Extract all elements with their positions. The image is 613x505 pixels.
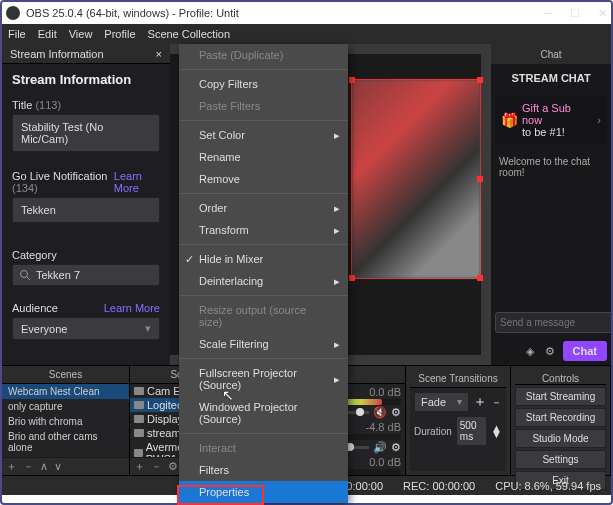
chat-input[interactable] <box>495 312 613 333</box>
tab-chat[interactable]: Chat <box>491 44 611 64</box>
ctx-filters[interactable]: Filters <box>179 459 348 481</box>
camera-icon <box>134 415 144 423</box>
settings-button[interactable]: Settings <box>515 450 606 469</box>
ctx-resize-output: Resize output (source size) <box>179 299 348 333</box>
remove-scene-button[interactable]: － <box>23 459 34 474</box>
scene-item[interactable]: Webcam Nest Clean <box>2 384 129 399</box>
start-recording-button[interactable]: Start Recording <box>515 408 606 427</box>
speaker-icon[interactable]: 🔊 <box>373 441 387 454</box>
tab-close-icon[interactable]: × <box>156 48 162 60</box>
titlebar: OBS 25.0.4 (64-bit, windows) - Profile: … <box>2 2 611 24</box>
close-button[interactable]: ✕ <box>598 7 607 20</box>
camera-icon <box>134 449 143 457</box>
golive-input[interactable]: Tekken <box>12 197 160 223</box>
category-search[interactable]: Tekken 7 <box>12 264 160 286</box>
context-menu: Paste (Duplicate) Copy Filters Paste Fil… <box>179 44 348 503</box>
scene-item[interactable]: only capture <box>2 399 129 414</box>
scenes-header: Scenes <box>2 366 129 384</box>
source-selection[interactable] <box>351 79 481 279</box>
resize-handle[interactable] <box>477 77 483 83</box>
gear-icon[interactable]: ⚙ <box>543 344 557 358</box>
chevron-right-icon: › <box>597 114 601 126</box>
controls-header: Controls <box>515 370 606 385</box>
chat-panel: Chat STREAM CHAT 🎁 Gift a Sub nowto be #… <box>491 44 611 365</box>
menu-profile[interactable]: Profile <box>104 28 135 40</box>
ctx-rename[interactable]: Rename <box>179 146 348 168</box>
add-source-button[interactable]: ＋ <box>134 459 145 474</box>
learn-more-link[interactable]: Learn More <box>114 170 160 194</box>
transition-select[interactable]: Fade <box>414 392 469 412</box>
ctx-deinterlacing[interactable]: Deinterlacing <box>179 270 348 292</box>
menu-edit[interactable]: Edit <box>38 28 57 40</box>
ctx-paste-duplicate: Paste (Duplicate) <box>179 44 348 66</box>
ctx-transform[interactable]: Transform <box>179 219 348 241</box>
gear-icon[interactable]: ⚙ <box>391 441 401 454</box>
transitions-header: Scene Transitions <box>410 370 506 388</box>
title-input[interactable]: Stability Test (No Mic/Cam) <box>12 114 160 152</box>
gift-icon: 🎁 <box>501 112 518 128</box>
resize-handle[interactable] <box>349 77 355 83</box>
ctx-order[interactable]: Order <box>179 197 348 219</box>
menubar: File Edit View Profile Scene Collection <box>2 24 611 44</box>
svg-line-1 <box>27 277 30 280</box>
ctx-copy-filters[interactable]: Copy Filters <box>179 73 348 95</box>
chat-heading: STREAM CHAT <box>491 64 611 92</box>
camera-icon <box>134 401 144 409</box>
studio-mode-button[interactable]: Studio Mode <box>515 429 606 448</box>
golive-label: Go Live Notification (134) <box>12 170 114 194</box>
menu-scene-collection[interactable]: Scene Collection <box>148 28 231 40</box>
menu-view[interactable]: View <box>69 28 93 40</box>
gift-promo[interactable]: 🎁 Gift a Sub nowto be #1! › <box>495 96 607 144</box>
controls-dock: Controls Start Streaming Start Recording… <box>511 366 611 475</box>
gift-text: Gift a Sub nowto be #1! <box>522 102 593 138</box>
camera-feed <box>352 80 480 278</box>
ctx-set-color[interactable]: Set Color <box>179 124 348 146</box>
category-label: Category <box>12 249 57 261</box>
learn-more-link-2[interactable]: Learn More <box>104 302 160 314</box>
scene-up-button[interactable]: ∧ <box>40 460 48 473</box>
ctx-interact: Interact <box>179 437 348 459</box>
app-icon <box>6 6 20 20</box>
ctx-windowed-projector[interactable]: Windowed Projector (Source) <box>179 396 348 430</box>
title-label: Title (113) <box>12 99 61 111</box>
scene-down-button[interactable]: ∨ <box>54 460 62 473</box>
ctx-remove[interactable]: Remove <box>179 168 348 190</box>
add-scene-button[interactable]: ＋ <box>6 459 17 474</box>
tab-stream-info[interactable]: Stream Information <box>10 48 104 60</box>
resize-handle[interactable] <box>477 275 483 281</box>
ctx-fullscreen-projector[interactable]: Fullscreen Projector (Source) <box>179 362 348 396</box>
resize-handle[interactable] <box>349 275 355 281</box>
maximize-button[interactable]: ☐ <box>570 7 580 20</box>
chat-button[interactable]: Chat <box>563 341 607 361</box>
cursor-icon: ↖ <box>222 387 234 403</box>
scenes-dock: Scenes Webcam Nest Cleanonly captureBrio… <box>2 366 130 475</box>
remove-transition-button[interactable]: － <box>491 395 502 410</box>
source-settings-button[interactable]: ⚙ <box>168 460 178 473</box>
ctx-hide-mixer[interactable]: Hide in Mixer <box>179 248 348 270</box>
stream-info-panel: Stream Information × Stream Information … <box>2 44 170 365</box>
add-transition-button[interactable]: ＋ <box>473 393 487 411</box>
svg-point-0 <box>21 271 28 278</box>
ctx-scale-filtering[interactable]: Scale Filtering <box>179 333 348 355</box>
speaker-icon[interactable]: 🔇 <box>373 406 387 419</box>
duration-stepper[interactable]: ▲▼ <box>491 425 502 437</box>
scene-item[interactable]: Brio with chroma <box>2 414 129 429</box>
scene-item[interactable]: Brio and other cams alone <box>2 429 129 455</box>
diamond-icon[interactable]: ◈ <box>523 344 537 358</box>
transitions-dock: Scene Transitions Fade ＋ － Duration 500 … <box>406 366 511 475</box>
ctx-paste-filters: Paste Filters <box>179 95 348 117</box>
search-icon <box>19 269 31 281</box>
ctx-properties[interactable]: Properties <box>179 481 348 503</box>
status-cpu: CPU: 8.6%, 59.94 fps <box>495 480 601 492</box>
menu-file[interactable]: File <box>8 28 26 40</box>
resize-handle[interactable] <box>477 176 483 182</box>
window-title: OBS 25.0.4 (64-bit, windows) - Profile: … <box>26 7 544 19</box>
remove-source-button[interactable]: － <box>151 459 162 474</box>
gear-icon[interactable]: ⚙ <box>391 406 401 419</box>
panel-heading: Stream Information <box>2 64 170 95</box>
start-streaming-button[interactable]: Start Streaming <box>515 387 606 406</box>
minimize-button[interactable]: ─ <box>544 7 552 20</box>
audience-select[interactable]: Everyone <box>12 317 160 340</box>
duration-input[interactable]: 500 ms <box>456 416 487 446</box>
camera-icon <box>134 387 144 395</box>
